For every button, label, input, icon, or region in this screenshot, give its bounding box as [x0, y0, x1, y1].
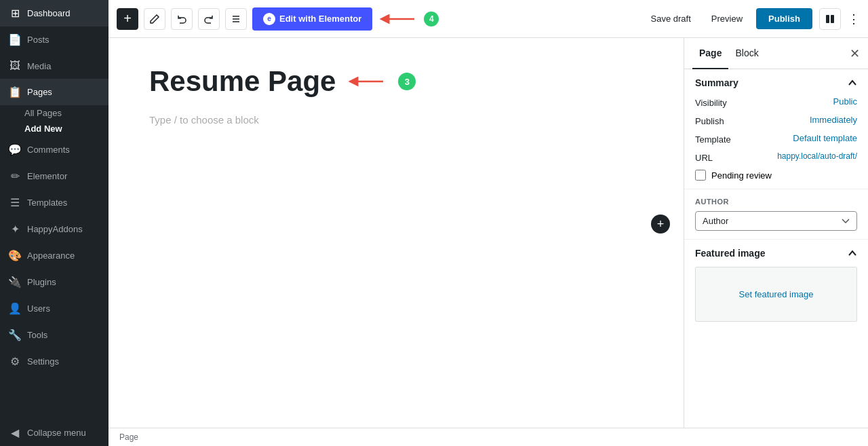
publish-button[interactable]: Publish: [756, 8, 812, 29]
panel-tabs: Page Block ✕: [684, 38, 868, 69]
happyaddons-icon: ✦: [8, 223, 22, 236]
list-icon: [231, 14, 241, 24]
settings-icon: ⚙: [8, 355, 22, 368]
summary-section: Summary Visibility Public Publish Immedi…: [684, 69, 868, 189]
pages-icon: 📋: [8, 86, 22, 98]
arrow-3-svg: [347, 72, 387, 91]
collapse-icon: ◀: [8, 426, 22, 439]
template-value[interactable]: Default template: [793, 133, 857, 143]
chevron-up-icon: [848, 78, 857, 88]
author-label: AUTHOR: [695, 198, 857, 206]
undo-icon: [176, 14, 187, 24]
sidebar-collapse[interactable]: ◀ Collapse menu: [0, 420, 108, 446]
right-panel: Page Block ✕ Summary Visibility Public: [684, 38, 868, 428]
editor-body-placeholder[interactable]: Type / to choose a block: [149, 114, 643, 126]
sidebar-item-templates[interactable]: ☰ Templates: [0, 189, 108, 216]
url-value[interactable]: happy.local/auto-draft/: [777, 151, 857, 161]
redo-button[interactable]: [198, 8, 220, 30]
svg-rect-7: [831, 15, 834, 23]
arrow-4-svg: [378, 11, 418, 27]
preview-button[interactable]: Preview: [705, 10, 749, 28]
sidebar-sub-add-new[interactable]: Add New 2: [0, 121, 108, 136]
svg-rect-6: [826, 15, 829, 23]
sidebar-item-media[interactable]: 🖼 Media: [0, 53, 108, 79]
tab-block[interactable]: Block: [728, 38, 765, 69]
media-icon: 🖼: [8, 60, 22, 72]
pending-review-checkbox[interactable]: [695, 170, 706, 181]
list-view-button[interactable]: [225, 8, 247, 30]
author-section: AUTHOR Author: [684, 189, 868, 240]
pending-review-row: Pending review: [695, 170, 857, 181]
template-row: Template Default template: [695, 133, 857, 145]
elementor-logo-icon: e: [263, 13, 275, 25]
page-title[interactable]: Resume Page 3: [149, 65, 643, 98]
add-block-floating-button[interactable]: +: [651, 215, 670, 234]
sidebar-item-posts[interactable]: 📄 Posts: [0, 26, 108, 53]
badge-4: 4: [424, 12, 439, 26]
sidebar-item-pages[interactable]: 📋 Pages 1: [0, 79, 108, 105]
visibility-row: Visibility Public: [695, 96, 857, 108]
url-row: URL happy.local/auto-draft/: [695, 151, 857, 163]
status-bar: Page: [108, 428, 868, 446]
pencil-icon: [149, 14, 160, 24]
summary-header[interactable]: Summary: [695, 77, 857, 88]
set-featured-image-button[interactable]: Set featured image: [695, 267, 857, 322]
sidebar-item-dashboard[interactable]: ⊞ Dashboard: [0, 0, 108, 26]
dashboard-icon: ⊞: [8, 7, 22, 20]
featured-image-header[interactable]: Featured image: [695, 248, 857, 259]
sidebar-item-settings[interactable]: ⚙ Settings: [0, 348, 108, 375]
sidebar-item-comments[interactable]: 💬 Comments: [0, 136, 108, 163]
title-text: Resume Page: [149, 65, 336, 98]
chevron-up-icon-2: [848, 248, 857, 258]
sidebar: ⊞ Dashboard 📄 Posts 🖼 Media 📋 Pages 1 Al…: [0, 0, 108, 446]
undo-button[interactable]: [171, 8, 193, 30]
layout-toggle-button[interactable]: [819, 8, 841, 30]
featured-image-section: Featured image Set featured image: [684, 240, 868, 330]
users-icon: 👤: [8, 302, 22, 315]
publish-value[interactable]: Immediately: [810, 115, 857, 125]
sidebar-item-happyaddons[interactable]: ✦ HappyAddons: [0, 216, 108, 242]
editor[interactable]: Resume Page 3 Type / to choose a block +: [108, 38, 684, 428]
redo-icon: [203, 14, 214, 24]
sidebar-item-tools[interactable]: 🔧 Tools: [0, 322, 108, 348]
sidebar-item-elementor[interactable]: ✏ Elementor: [0, 163, 108, 189]
status-bar-text: Page: [119, 432, 138, 442]
main-area: + e: [108, 0, 868, 446]
toolbar: + e: [108, 0, 868, 38]
sidebar-item-users[interactable]: 👤 Users: [0, 295, 108, 322]
content-area: Resume Page 3 Type / to choose a block +…: [108, 38, 868, 428]
tools-icon: 🔧: [8, 329, 22, 341]
posts-icon: 📄: [8, 33, 22, 46]
badge-3: 3: [398, 73, 416, 90]
publish-date-row: Publish Immediately: [695, 115, 857, 126]
pencil-tool-button[interactable]: [144, 8, 165, 30]
layout-icon: [825, 14, 835, 24]
elementor-icon: ✏: [8, 170, 22, 183]
more-options-button[interactable]: ⋮: [848, 12, 860, 26]
visibility-value[interactable]: Public: [833, 96, 857, 107]
appearance-icon: 🎨: [8, 249, 22, 262]
tab-page[interactable]: Page: [692, 38, 728, 69]
add-block-button[interactable]: +: [117, 8, 138, 30]
plugins-icon: 🔌: [8, 276, 22, 289]
sidebar-sub-all-pages[interactable]: All Pages: [0, 105, 108, 121]
sidebar-item-appearance[interactable]: 🎨 Appearance: [0, 242, 108, 269]
sidebar-item-plugins[interactable]: 🔌 Plugins: [0, 269, 108, 295]
comments-icon: 💬: [8, 143, 22, 156]
panel-close-button[interactable]: ✕: [850, 46, 860, 61]
save-draft-button[interactable]: Save draft: [644, 10, 698, 28]
toolbar-right: Save draft Preview Publish ⋮: [644, 8, 860, 30]
edit-elementor-button[interactable]: e Edit with Elementor: [252, 7, 372, 31]
author-select[interactable]: Author: [695, 211, 857, 231]
templates-icon: ☰: [8, 196, 22, 209]
